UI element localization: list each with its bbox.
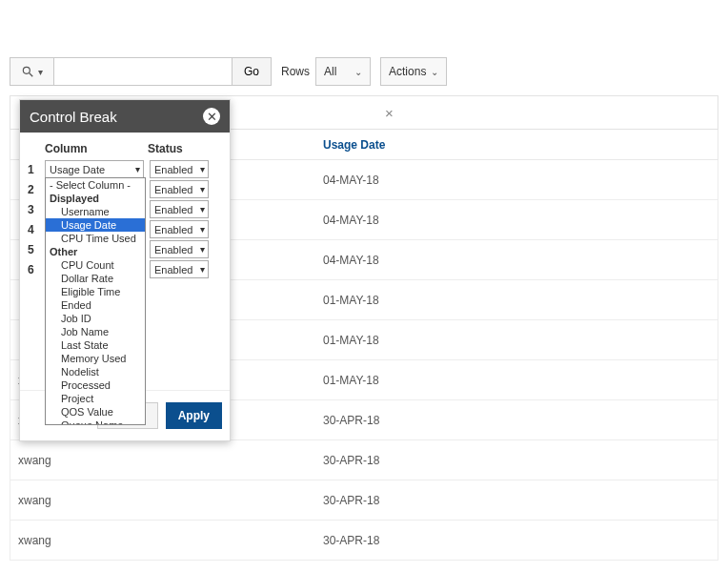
column-select[interactable]: Usage Date xyxy=(45,160,144,178)
dropdown-option[interactable]: CPU Time Used xyxy=(46,232,145,245)
dropdown-option[interactable]: Job Name xyxy=(46,325,145,338)
table-row[interactable]: xwang30-APR-18 xyxy=(10,521,718,561)
dropdown-option[interactable]: Processed xyxy=(46,378,145,392)
dropdown-option[interactable]: Ended xyxy=(46,298,145,312)
table-row[interactable]: xwang30-APR-18 xyxy=(10,440,718,480)
close-icon[interactable]: ✕ xyxy=(203,108,220,125)
dropdown-option[interactable]: - Select Column - xyxy=(46,178,145,192)
dropdown-group: Other xyxy=(46,245,145,258)
dialog-column-headers: Column Status xyxy=(28,142,222,155)
actions-menu-label: Actions xyxy=(389,65,426,78)
search-input[interactable] xyxy=(53,57,233,86)
row-number: 3 xyxy=(28,203,45,216)
status-select[interactable]: Enabled xyxy=(150,160,209,178)
column-header-status: Status xyxy=(148,142,183,155)
dialog-rows: 1 Usage Date Enabled 2 Enabled 3 Enabled… xyxy=(28,159,222,279)
search-icon xyxy=(21,65,34,78)
column-select-dropdown[interactable]: - Select Column - Displayed Username Usa… xyxy=(45,177,146,425)
dropdown-option[interactable]: Queue Name xyxy=(46,419,145,425)
dropdown-group: Displayed xyxy=(46,192,145,205)
dropdown-option[interactable]: Memory Used xyxy=(46,352,145,365)
svg-line-1 xyxy=(30,73,33,77)
svg-point-0 xyxy=(23,67,30,73)
cell-user: xwang xyxy=(10,454,323,467)
status-select[interactable]: Enabled xyxy=(150,220,209,238)
close-icon[interactable]: × xyxy=(385,105,394,121)
cell-date: 01-MAY-18 xyxy=(323,334,379,347)
apply-button[interactable]: Apply xyxy=(166,402,222,429)
rows-select[interactable]: All ⌄ xyxy=(315,57,371,86)
row-number: 6 xyxy=(28,263,45,276)
cell-date: 04-MAY-18 xyxy=(323,174,379,187)
column-header-usage-date[interactable]: Usage Date xyxy=(323,138,385,152)
cell-user: xwang xyxy=(10,534,323,547)
cell-date: 30-APR-18 xyxy=(323,494,379,507)
dialog-title: Control Break xyxy=(30,109,117,125)
dropdown-option[interactable]: Username xyxy=(46,205,145,218)
cell-date: 01-MAY-18 xyxy=(323,294,379,307)
column-header-column: Column xyxy=(45,142,148,155)
cell-user: xwang xyxy=(10,494,323,507)
dialog-body: Column Status 1 Usage Date Enabled 2 Ena… xyxy=(20,133,230,283)
rows-select-value: All xyxy=(324,65,336,78)
table-row[interactable]: xwang30-APR-18 xyxy=(10,480,718,521)
row-number: 1 xyxy=(28,163,45,176)
chevron-down-icon: ▾ xyxy=(38,67,43,77)
dropdown-option[interactable]: Job ID xyxy=(46,312,145,325)
status-select[interactable]: Enabled xyxy=(150,260,209,278)
row-number: 5 xyxy=(28,243,45,256)
dropdown-option[interactable]: Eligible Time xyxy=(46,285,145,298)
cell-date: 04-MAY-18 xyxy=(323,214,379,227)
dropdown-option[interactable]: Project xyxy=(46,392,145,405)
dropdown-option[interactable]: Nodelist xyxy=(46,365,145,378)
chevron-down-icon: ⌄ xyxy=(431,67,438,77)
cell-date: 04-MAY-18 xyxy=(323,254,379,267)
row-number: 2 xyxy=(28,183,45,196)
dropdown-option[interactable]: CPU Count xyxy=(46,258,145,272)
cell-date: 30-APR-18 xyxy=(323,454,379,467)
status-select[interactable]: Enabled xyxy=(150,180,209,198)
rows-label: Rows xyxy=(281,65,310,78)
actions-menu[interactable]: Actions ⌄ xyxy=(380,57,447,86)
dropdown-option[interactable]: Dollar Rate xyxy=(46,272,145,285)
dropdown-option[interactable]: QOS Value xyxy=(46,405,145,419)
dialog-row: 1 Usage Date Enabled xyxy=(28,159,222,179)
status-select[interactable]: Enabled xyxy=(150,200,209,218)
dialog-titlebar: Control Break ✕ xyxy=(20,100,230,133)
toolbar: ▾ Go Rows All ⌄ Actions ⌄ xyxy=(10,57,718,86)
cell-date: 30-APR-18 xyxy=(323,414,379,427)
dropdown-option[interactable]: Last State xyxy=(46,338,145,352)
cell-date: 01-MAY-18 xyxy=(323,374,379,387)
control-break-dialog: Control Break ✕ Column Status 1 Usage Da… xyxy=(19,99,231,441)
status-select[interactable]: Enabled xyxy=(150,240,209,258)
search-icon-button[interactable]: ▾ xyxy=(10,57,53,86)
dropdown-option[interactable]: Usage Date xyxy=(46,218,145,232)
chevron-down-icon: ⌄ xyxy=(354,67,362,77)
row-number: 4 xyxy=(28,223,45,236)
cell-date: 30-APR-18 xyxy=(323,534,379,547)
go-button[interactable]: Go xyxy=(232,57,272,86)
